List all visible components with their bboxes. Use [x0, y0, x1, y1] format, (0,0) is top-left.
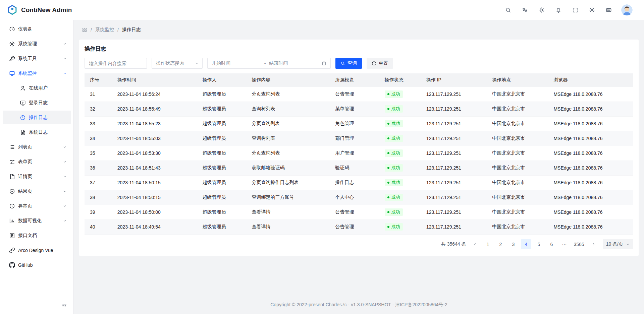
theme-icon[interactable] — [536, 4, 547, 16]
status-filter-select[interactable]: 操作状态搜索 — [152, 58, 203, 69]
next-page-button[interactable] — [589, 239, 599, 249]
sidebar-item-label: 数据可视化 — [18, 218, 42, 224]
cell-browser: MSEdge 118.0.2088.76 — [548, 175, 633, 190]
sidebar-item-system-logs[interactable]: 系统日志 — [3, 125, 71, 139]
page-title: 操作日志 — [85, 46, 633, 53]
sidebar-item-system-tools[interactable]: 系统工具 — [3, 52, 71, 65]
search-button-label: 查询 — [347, 60, 357, 66]
cell-operator: 超级管理员 — [197, 219, 246, 234]
page-number-button[interactable]: 2 — [495, 239, 505, 249]
sidebar-item-label: 仪表盘 — [18, 26, 32, 32]
sidebar-item-form-pages[interactable]: 表单页 — [3, 155, 71, 169]
system-log-icon — [20, 129, 26, 135]
cell-location: 中国北京北京市 — [487, 102, 548, 116]
reset-button[interactable]: 重置 — [367, 58, 393, 69]
cell-module: 公告管理 — [330, 219, 379, 234]
cell-ip: 123.117.129.251 — [421, 102, 487, 116]
breadcrumb-home[interactable] — [82, 27, 87, 33]
sidebar-item-online-users[interactable]: 在线用户 — [3, 81, 71, 95]
sidebar-item-system-monitor[interactable]: 系统监控 — [3, 66, 71, 80]
app-title: ContiNew Admin — [21, 6, 72, 14]
cell-index: 38 — [85, 190, 112, 205]
search-button[interactable]: 查询 — [335, 58, 362, 69]
status-badge: 成功 — [385, 90, 403, 98]
cell-status: 成功 — [379, 219, 421, 234]
sidebar-item-exception-pages[interactable]: 异常页 — [3, 199, 71, 213]
cell-content: 查看详情 — [247, 219, 330, 234]
cell-status: 成功 — [379, 116, 421, 131]
app-root: ContiNew Admin — [0, 0, 644, 314]
sidebar-item-dashboard[interactable]: 仪表盘 — [3, 22, 71, 36]
sidebar-item-data-visualization[interactable]: 数据可视化 — [3, 214, 71, 228]
sidebar-item-detail-pages[interactable]: 详情页 — [3, 170, 71, 183]
bar-chart-icon — [9, 218, 15, 224]
page-number-button-active[interactable]: 4 — [521, 239, 531, 249]
sidebar-item-github[interactable]: GitHub — [3, 258, 71, 272]
fullscreen-icon[interactable] — [570, 4, 581, 16]
dashboard-icon — [9, 26, 15, 32]
prev-page-button[interactable] — [470, 239, 480, 249]
cell-location: 中国北京北京市 — [487, 87, 548, 102]
keyboard-icon[interactable] — [603, 4, 614, 16]
page-number-button[interactable]: 3 — [508, 239, 518, 249]
status-label: 成功 — [391, 121, 400, 127]
sidebar-item-arco-design-vue[interactable]: Arco Design Vue — [3, 243, 71, 257]
avatar[interactable] — [621, 4, 633, 16]
cell-content: 查看详情 — [247, 205, 330, 219]
settings-icon[interactable] — [586, 4, 598, 16]
sidebar-item-operation-logs[interactable]: 操作日志 — [3, 111, 71, 124]
cell-location: 中国北京北京市 — [487, 146, 548, 161]
status-dot — [387, 211, 389, 213]
sidebar-item-api-docs[interactable]: 接口文档 — [3, 229, 71, 242]
cell-time: 2023-11-04 18:55:49 — [112, 102, 197, 116]
sidebar: 仪表盘 系统管理 系统工具 系统监控 在线用户 — [0, 20, 74, 314]
status-dot — [387, 152, 389, 154]
cell-operator: 超级管理员 — [197, 175, 246, 190]
collapse-sidebar-button[interactable] — [59, 301, 69, 311]
tool-icon — [9, 56, 15, 62]
status-dot — [387, 137, 389, 139]
cell-status: 成功 — [379, 87, 421, 102]
brand[interactable]: ContiNew Admin — [7, 4, 72, 15]
cell-browser: MSEdge 118.0.2088.76 — [548, 116, 633, 131]
login-log-icon — [20, 100, 26, 106]
cell-module: 角色管理 — [330, 116, 379, 131]
page-number-button-last[interactable]: 3565 — [572, 239, 586, 249]
apps-grid-icon — [82, 27, 87, 33]
sidebar-item-system-management[interactable]: 系统管理 — [3, 37, 71, 51]
date-range-picker[interactable]: 开始时间 - 结束时间 — [207, 58, 331, 69]
sidebar-item-result-pages[interactable]: 结果页 — [3, 184, 71, 198]
cell-status: 成功 — [379, 205, 421, 219]
page-number-button[interactable]: 5 — [534, 239, 544, 249]
sidebar-item-list-pages[interactable]: 列表页 — [3, 140, 71, 154]
page-ellipsis-button[interactable]: ··· — [559, 239, 569, 249]
sidebar-item-label: 操作日志 — [29, 115, 48, 121]
page-size-select[interactable]: 10 条/页 — [603, 239, 633, 249]
chevron-left-icon — [473, 242, 477, 246]
content-search-input[interactable] — [85, 58, 147, 69]
operation-log-card: 操作日志 操作状态搜索 开始时间 - 结束时间 查 — [79, 40, 639, 256]
cell-time: 2023-11-04 18:53:30 — [112, 146, 197, 161]
status-badge: 成功 — [385, 223, 403, 231]
page-number-button[interactable]: 1 — [483, 239, 493, 249]
cell-content: 查询绑定的三方账号 — [247, 190, 330, 205]
status-dot — [387, 123, 389, 125]
bell-icon[interactable] — [553, 4, 564, 16]
chevron-down-icon — [63, 160, 67, 164]
status-label: 成功 — [391, 91, 400, 97]
status-dot — [387, 182, 389, 184]
cell-operator: 超级管理员 — [197, 205, 246, 219]
column-header: 操作状态 — [379, 73, 421, 87]
cell-location: 中国北京北京市 — [487, 161, 548, 175]
cell-time: 2023-11-04 18:51:43 — [112, 161, 197, 175]
translate-icon[interactable] — [519, 4, 531, 16]
sidebar-item-label: 异常页 — [18, 203, 32, 209]
cell-ip: 123.117.129.251 — [421, 87, 487, 102]
cell-browser: MSEdge 118.0.2088.76 — [548, 219, 633, 234]
breadcrumb-item-system-monitor[interactable]: 系统监控 — [95, 27, 114, 33]
cell-status: 成功 — [379, 146, 421, 161]
operation-log-table: 序号 操作时间 操作人 操作内容 所属模块 操作状态 操作 IP 操作地点 浏览… — [85, 73, 633, 235]
sidebar-item-login-logs[interactable]: 登录日志 — [3, 96, 71, 110]
page-number-button[interactable]: 6 — [546, 239, 556, 249]
search-icon[interactable] — [502, 4, 514, 16]
